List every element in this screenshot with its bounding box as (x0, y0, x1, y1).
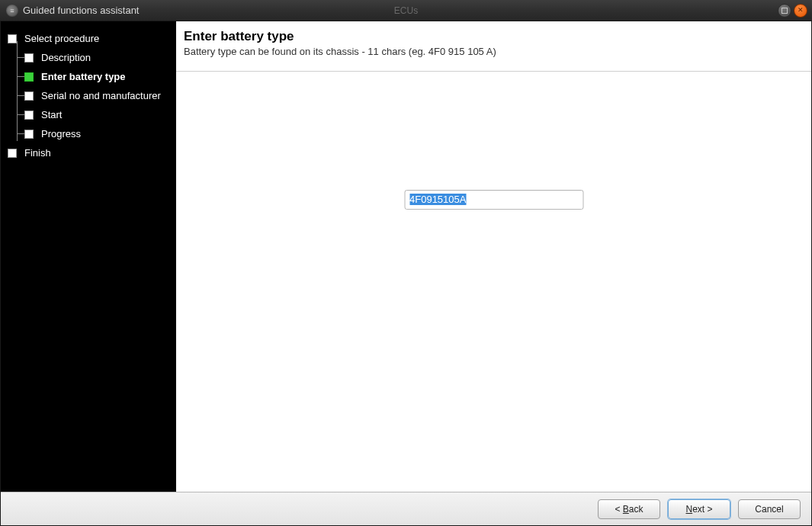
content-body: 4F0915105A (176, 72, 811, 492)
content-header: Enter battery type Battery type can be f… (176, 21, 811, 72)
background-tab-label: ECUs (394, 5, 418, 16)
page-title: Enter battery type (184, 29, 802, 44)
step-progress[interactable]: Progress (5, 124, 172, 143)
wizard-body: Select procedure Description Enter batte… (1, 21, 811, 492)
app-icon (6, 5, 18, 17)
wizard-content: Enter battery type Battery type can be f… (176, 21, 811, 492)
wizard-sidebar: Select procedure Description Enter batte… (1, 21, 176, 492)
step-serial-manufacturer[interactable]: Serial no and manufacturer (5, 86, 172, 105)
wizard-footer: < Back Next > Cancel (1, 492, 811, 525)
maximize-icon[interactable] (778, 4, 791, 18)
step-box-icon (24, 130, 34, 139)
back-prefix: < (615, 504, 622, 515)
step-box-icon (8, 149, 17, 158)
battery-type-input[interactable]: 4F0915105A (404, 190, 583, 210)
step-box-icon (24, 91, 34, 101)
next-button[interactable]: Next > (668, 499, 730, 519)
step-start[interactable]: Start (5, 105, 172, 124)
back-underline: B (623, 504, 629, 515)
battery-type-value: 4F0915105A (409, 194, 466, 205)
step-label: Enter battery type (41, 71, 126, 82)
body-area: Select procedure Description Enter batte… (0, 21, 812, 526)
next-rest: ext > (692, 504, 712, 515)
step-label: Select procedure (24, 33, 99, 44)
cancel-button[interactable]: Cancel (738, 499, 801, 519)
step-box-icon (24, 111, 34, 120)
battery-type-input-wrap: 4F0915105A (404, 190, 583, 210)
window-title: Guided functions assistant (23, 5, 139, 16)
window: Guided functions assistant ECUs Select p… (0, 0, 812, 526)
titlebar-left: Guided functions assistant (0, 5, 139, 17)
step-box-icon (24, 72, 34, 82)
step-tree: Select procedure Description Enter batte… (5, 29, 172, 162)
step-finish[interactable]: Finish (5, 143, 172, 162)
step-label: Serial no and manufacturer (41, 90, 161, 101)
back-rest: ack (629, 504, 644, 515)
page-subtitle: Battery type can be found on its chassis… (184, 46, 802, 57)
step-label: Progress (41, 128, 81, 140)
step-select-procedure[interactable]: Select procedure (5, 29, 172, 48)
step-label: Description (41, 52, 91, 63)
step-label: Start (41, 109, 62, 120)
step-description[interactable]: Description (5, 48, 172, 67)
step-box-icon (24, 53, 34, 63)
titlebar: Guided functions assistant ECUs (0, 0, 812, 21)
back-button[interactable]: < Back (598, 499, 660, 519)
window-controls (778, 4, 807, 18)
step-enter-battery-type[interactable]: Enter battery type (5, 67, 172, 86)
step-label: Finish (24, 147, 51, 159)
close-icon[interactable] (794, 4, 807, 18)
next-underline: N (685, 504, 692, 515)
step-box-icon (8, 34, 17, 43)
